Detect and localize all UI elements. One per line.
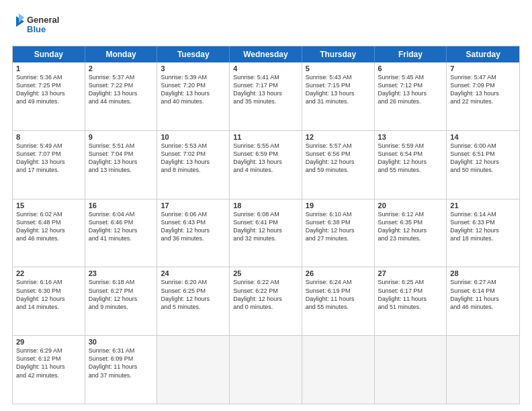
day-number: 20 (378, 201, 443, 210)
calendar-row: 1Sunrise: 5:36 AMSunset: 7:25 PMDaylight… (13, 62, 519, 131)
cell-info: Sunrise: 6:20 AMSunset: 6:25 PMDaylight:… (161, 278, 226, 311)
page-header: General Blue (12, 12, 520, 39)
cell-info: Sunrise: 6:18 AMSunset: 6:27 PMDaylight:… (89, 278, 154, 311)
cell-info: Sunrise: 6:22 AMSunset: 6:22 PMDaylight:… (233, 278, 298, 311)
calendar-cell (447, 336, 519, 404)
cell-info: Sunrise: 6:14 AMSunset: 6:33 PMDaylight:… (450, 210, 516, 243)
calendar-cell: 1Sunrise: 5:36 AMSunset: 7:25 PMDaylight… (13, 62, 85, 130)
calendar-cell: 4Sunrise: 5:41 AMSunset: 7:17 PMDaylight… (230, 62, 302, 130)
calendar-header: SundayMondayTuesdayWednesdayThursdayFrid… (13, 46, 519, 62)
day-number: 19 (306, 201, 371, 210)
day-number: 9 (89, 133, 154, 141)
day-number: 5 (306, 64, 371, 73)
cell-info: Sunrise: 6:31 AMSunset: 6:09 PMDaylight:… (89, 347, 154, 379)
calendar-row: 29Sunrise: 6:29 AMSunset: 6:12 PMDayligh… (13, 336, 519, 404)
day-number: 11 (233, 133, 298, 141)
svg-text:Blue: Blue (27, 24, 46, 34)
calendar-cell: 8Sunrise: 5:49 AMSunset: 7:07 PMDaylight… (13, 131, 85, 199)
day-number: 25 (233, 269, 298, 277)
logo: General Blue (12, 12, 66, 39)
day-number: 28 (450, 269, 516, 277)
day-number: 27 (378, 269, 443, 277)
weekday-header: Friday (375, 46, 447, 62)
day-number: 13 (378, 133, 443, 141)
calendar-cell: 15Sunrise: 6:02 AMSunset: 6:48 PMDayligh… (13, 199, 85, 267)
calendar-cell: 27Sunrise: 6:25 AMSunset: 6:17 PMDayligh… (375, 267, 447, 335)
day-number: 1 (16, 64, 81, 73)
calendar-cell: 21Sunrise: 6:14 AMSunset: 6:33 PMDayligh… (447, 199, 519, 267)
day-number: 23 (89, 269, 154, 277)
cell-info: Sunrise: 5:49 AMSunset: 7:07 PMDaylight:… (16, 142, 81, 175)
calendar-cell: 19Sunrise: 6:10 AMSunset: 6:38 PMDayligh… (302, 199, 375, 267)
cell-info: Sunrise: 6:10 AMSunset: 6:38 PMDaylight:… (306, 210, 371, 243)
cell-info: Sunrise: 6:02 AMSunset: 6:48 PMDaylight:… (16, 210, 81, 243)
calendar-cell: 25Sunrise: 6:22 AMSunset: 6:22 PMDayligh… (230, 267, 302, 335)
calendar-cell: 29Sunrise: 6:29 AMSunset: 6:12 PMDayligh… (13, 336, 85, 404)
calendar-cell (157, 336, 230, 404)
day-number: 12 (306, 133, 371, 141)
calendar-cell (230, 336, 302, 404)
cell-info: Sunrise: 6:00 AMSunset: 6:51 PMDaylight:… (450, 142, 516, 175)
calendar-cell: 3Sunrise: 5:39 AMSunset: 7:20 PMDaylight… (157, 62, 230, 130)
cell-info: Sunrise: 6:25 AMSunset: 6:17 PMDaylight:… (378, 278, 443, 311)
cell-info: Sunrise: 5:51 AMSunset: 7:04 PMDaylight:… (89, 142, 154, 175)
calendar-row: 8Sunrise: 5:49 AMSunset: 7:07 PMDaylight… (13, 131, 519, 199)
cell-info: Sunrise: 5:59 AMSunset: 6:54 PMDaylight:… (378, 142, 443, 175)
day-number: 21 (450, 201, 516, 210)
cell-info: Sunrise: 5:57 AMSunset: 6:56 PMDaylight:… (306, 142, 371, 175)
day-number: 6 (378, 64, 443, 73)
calendar-cell: 30Sunrise: 6:31 AMSunset: 6:09 PMDayligh… (85, 336, 158, 404)
calendar-cell: 17Sunrise: 6:06 AMSunset: 6:43 PMDayligh… (157, 199, 230, 267)
day-number: 18 (233, 201, 298, 210)
weekday-header: Monday (85, 46, 158, 62)
cell-info: Sunrise: 5:55 AMSunset: 6:59 PMDaylight:… (233, 142, 298, 175)
cell-info: Sunrise: 6:29 AMSunset: 6:12 PMDaylight:… (16, 347, 81, 379)
cell-info: Sunrise: 6:27 AMSunset: 6:14 PMDaylight:… (450, 278, 516, 311)
calendar-body: 1Sunrise: 5:36 AMSunset: 7:25 PMDaylight… (13, 62, 519, 404)
day-number: 30 (89, 338, 154, 346)
day-number: 7 (450, 64, 516, 73)
day-number: 29 (16, 338, 81, 346)
calendar: SundayMondayTuesdayWednesdayThursdayFrid… (12, 46, 520, 404)
day-number: 15 (16, 201, 81, 210)
weekday-header: Sunday (13, 46, 85, 62)
day-number: 2 (89, 64, 154, 73)
calendar-cell: 2Sunrise: 5:37 AMSunset: 7:22 PMDaylight… (85, 62, 158, 130)
cell-info: Sunrise: 6:08 AMSunset: 6:41 PMDaylight:… (233, 210, 298, 243)
day-number: 24 (161, 269, 226, 277)
calendar-cell: 14Sunrise: 6:00 AMSunset: 6:51 PMDayligh… (447, 131, 519, 199)
calendar-row: 22Sunrise: 6:16 AMSunset: 6:30 PMDayligh… (13, 267, 519, 336)
calendar-cell: 18Sunrise: 6:08 AMSunset: 6:41 PMDayligh… (230, 199, 302, 267)
calendar-cell: 23Sunrise: 6:18 AMSunset: 6:27 PMDayligh… (85, 267, 158, 335)
day-number: 22 (16, 269, 81, 277)
calendar-cell: 7Sunrise: 5:47 AMSunset: 7:09 PMDaylight… (447, 62, 519, 130)
weekday-header: Saturday (447, 46, 519, 62)
calendar-cell: 20Sunrise: 6:12 AMSunset: 6:35 PMDayligh… (375, 199, 447, 267)
calendar-cell: 24Sunrise: 6:20 AMSunset: 6:25 PMDayligh… (157, 267, 230, 335)
weekday-header: Wednesday (230, 46, 302, 62)
day-number: 3 (161, 64, 226, 73)
cell-info: Sunrise: 6:16 AMSunset: 6:30 PMDaylight:… (16, 278, 81, 311)
cell-info: Sunrise: 5:43 AMSunset: 7:15 PMDaylight:… (306, 73, 371, 106)
cell-info: Sunrise: 5:41 AMSunset: 7:17 PMDaylight:… (233, 73, 298, 106)
logo-svg: General Blue (12, 12, 66, 39)
calendar-row: 15Sunrise: 6:02 AMSunset: 6:48 PMDayligh… (13, 199, 519, 268)
calendar-cell (302, 336, 375, 404)
day-number: 10 (161, 133, 226, 141)
cell-info: Sunrise: 5:37 AMSunset: 7:22 PMDaylight:… (89, 73, 154, 106)
cell-info: Sunrise: 5:53 AMSunset: 7:02 PMDaylight:… (161, 142, 226, 175)
calendar-cell: 11Sunrise: 5:55 AMSunset: 6:59 PMDayligh… (230, 131, 302, 199)
cell-info: Sunrise: 5:39 AMSunset: 7:20 PMDaylight:… (161, 73, 226, 106)
calendar-cell: 16Sunrise: 6:04 AMSunset: 6:46 PMDayligh… (85, 199, 158, 267)
calendar-cell (375, 336, 447, 404)
calendar-cell: 5Sunrise: 5:43 AMSunset: 7:15 PMDaylight… (302, 62, 375, 130)
calendar-cell: 26Sunrise: 6:24 AMSunset: 6:19 PMDayligh… (302, 267, 375, 335)
day-number: 16 (89, 201, 154, 210)
cell-info: Sunrise: 6:06 AMSunset: 6:43 PMDaylight:… (161, 210, 226, 243)
calendar-cell: 28Sunrise: 6:27 AMSunset: 6:14 PMDayligh… (447, 267, 519, 335)
cell-info: Sunrise: 5:36 AMSunset: 7:25 PMDaylight:… (16, 73, 81, 106)
cell-info: Sunrise: 6:24 AMSunset: 6:19 PMDaylight:… (306, 278, 371, 311)
calendar-cell: 13Sunrise: 5:59 AMSunset: 6:54 PMDayligh… (375, 131, 447, 199)
calendar-cell: 10Sunrise: 5:53 AMSunset: 7:02 PMDayligh… (157, 131, 230, 199)
calendar-cell: 6Sunrise: 5:45 AMSunset: 7:12 PMDaylight… (375, 62, 447, 130)
